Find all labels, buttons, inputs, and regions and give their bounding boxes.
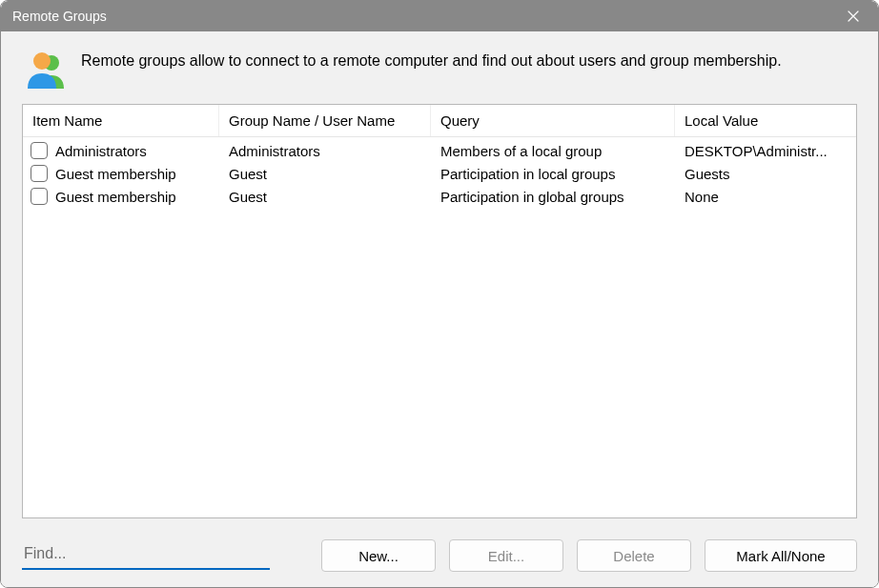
cell-local: None: [675, 188, 856, 206]
titlebar: Remote Groups: [1, 1, 878, 31]
users-icon: [26, 51, 68, 89]
description-row: Remote groups allow to connect to a remo…: [22, 45, 857, 104]
table-row[interactable]: Administrators Administrators Members of…: [23, 139, 856, 162]
row-checkbox[interactable]: [31, 142, 48, 159]
button-row: New... Edit... Delete Mark All/None: [22, 518, 857, 572]
dialog-content: Remote groups allow to connect to a remo…: [1, 31, 878, 588]
cell-item: Guest membership: [55, 189, 176, 205]
mark-all-none-button[interactable]: Mark All/None: [705, 539, 857, 572]
cell-query: Members of a local group: [431, 142, 675, 160]
groups-table: Item Name Group Name / User Name Query L…: [22, 104, 857, 518]
table-body: Administrators Administrators Members of…: [23, 137, 856, 208]
description-text: Remote groups allow to connect to a remo…: [81, 51, 782, 71]
delete-button[interactable]: Delete: [577, 539, 691, 572]
svg-point-1: [33, 52, 51, 70]
cell-query: Participation in local groups: [431, 165, 675, 183]
col-header-group[interactable]: Group Name / User Name: [219, 105, 431, 136]
cell-local: DESKTOP\Administr...: [675, 142, 856, 160]
cell-item: Administrators: [55, 143, 147, 159]
window-title: Remote Groups: [12, 9, 107, 24]
row-checkbox[interactable]: [31, 165, 48, 182]
close-button[interactable]: [840, 3, 867, 30]
table-header: Item Name Group Name / User Name Query L…: [23, 105, 856, 137]
find-input[interactable]: [22, 541, 270, 570]
cell-group: Administrators: [219, 142, 431, 160]
table-row[interactable]: Guest membership Guest Participation in …: [23, 162, 856, 185]
cell-query: Participation in global groups: [431, 188, 675, 206]
col-header-local[interactable]: Local Value: [675, 105, 856, 136]
col-header-item[interactable]: Item Name: [23, 105, 219, 136]
cell-local: Guests: [675, 165, 856, 183]
table-row[interactable]: Guest membership Guest Participation in …: [23, 185, 856, 208]
col-header-query[interactable]: Query: [431, 105, 675, 136]
new-button[interactable]: New...: [321, 539, 436, 572]
close-icon: [848, 10, 859, 22]
cell-item: Guest membership: [55, 166, 176, 182]
row-checkbox[interactable]: [31, 188, 48, 205]
cell-group: Guest: [219, 188, 431, 206]
cell-group: Guest: [219, 165, 431, 183]
edit-button[interactable]: Edit...: [449, 539, 563, 572]
